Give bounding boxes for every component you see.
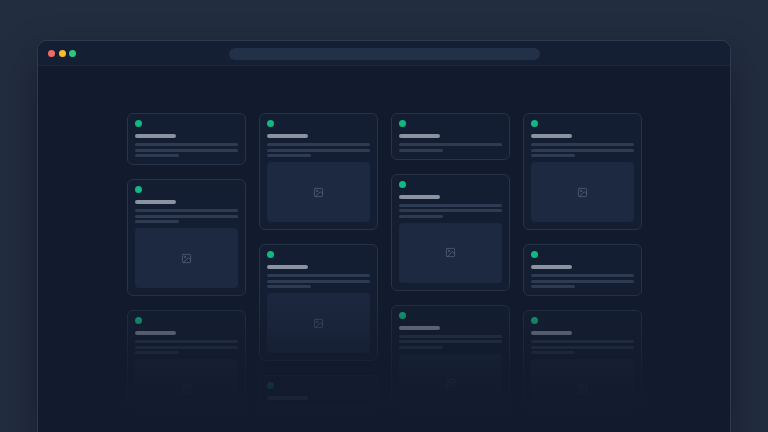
image-placeholder [399, 223, 502, 283]
skeleton-text-line [267, 149, 370, 152]
status-dot-icon [531, 251, 538, 258]
skeleton-card[interactable] [127, 310, 246, 427]
image-icon [445, 378, 456, 389]
skeleton-card[interactable] [259, 113, 378, 230]
skeleton-text-lines [135, 143, 238, 157]
image-placeholder [267, 162, 370, 222]
skeleton-card[interactable] [391, 113, 510, 160]
skeleton-text-line [531, 149, 634, 152]
skeleton-text-line [531, 154, 575, 157]
skeleton-text-line [135, 346, 238, 349]
image-icon [577, 384, 588, 395]
skeleton-text-line [531, 143, 634, 146]
masonry-column-3 [391, 113, 510, 427]
skeleton-text-line [135, 149, 238, 152]
skeleton-text-line [135, 340, 238, 343]
image-icon [181, 384, 192, 395]
skeleton-card[interactable] [259, 244, 378, 361]
browser-window [37, 40, 731, 432]
skeleton-text-lines [267, 274, 370, 288]
status-dot-icon [267, 251, 274, 258]
skeleton-text-line [399, 143, 502, 146]
skeleton-text-line [531, 274, 634, 277]
skeleton-title-line [399, 195, 440, 199]
status-dot-icon [399, 181, 406, 188]
skeleton-text-line [135, 215, 238, 218]
skeleton-title-line [399, 326, 440, 330]
skeleton-card[interactable] [391, 174, 510, 291]
skeleton-text-line [399, 204, 502, 207]
skeleton-title-line [531, 331, 572, 335]
address-bar[interactable] [229, 48, 540, 60]
skeleton-text-lines [399, 204, 502, 218]
status-dot-icon [531, 120, 538, 127]
skeleton-title-line [267, 396, 308, 400]
skeleton-text-lines [531, 340, 634, 354]
skeleton-text-line [267, 274, 370, 277]
skeleton-text-line [399, 215, 443, 218]
skeleton-text-line [267, 416, 311, 419]
zoom-window-button[interactable] [69, 50, 76, 57]
status-dot-icon [135, 120, 142, 127]
status-dot-icon [399, 312, 406, 319]
skeleton-text-line [531, 346, 634, 349]
skeleton-text-lines [135, 209, 238, 223]
skeleton-text-line [135, 154, 179, 157]
minimize-window-button[interactable] [59, 50, 66, 57]
skeleton-text-line [399, 209, 502, 212]
masonry-grid [127, 113, 642, 427]
skeleton-text-lines [267, 143, 370, 157]
status-dot-icon [399, 120, 406, 127]
skeleton-text-lines [399, 143, 502, 152]
skeleton-card[interactable] [523, 244, 642, 296]
skeleton-text-line [399, 149, 443, 152]
skeleton-text-lines [267, 405, 370, 419]
image-icon [313, 187, 324, 198]
traffic-lights [48, 41, 76, 65]
skeleton-card[interactable] [523, 310, 642, 427]
image-icon [181, 253, 192, 264]
skeleton-text-line [267, 411, 370, 414]
masonry-column-4 [523, 113, 642, 427]
image-placeholder [531, 359, 634, 419]
skeleton-title-line [267, 265, 308, 269]
skeleton-title-line [399, 134, 440, 138]
image-icon [313, 318, 324, 329]
skeleton-text-line [267, 280, 370, 283]
skeleton-title-line [267, 134, 308, 138]
image-placeholder [135, 359, 238, 419]
skeleton-title-line [135, 331, 176, 335]
close-window-button[interactable] [48, 50, 55, 57]
skeleton-text-lines [531, 274, 634, 288]
skeleton-card[interactable] [127, 179, 246, 296]
image-placeholder [399, 354, 502, 414]
skeleton-text-line [531, 351, 575, 354]
status-dot-icon [135, 317, 142, 324]
skeleton-text-line [531, 340, 634, 343]
skeleton-card[interactable] [391, 305, 510, 422]
skeleton-text-line [267, 154, 311, 157]
skeleton-text-line [267, 285, 311, 288]
image-icon [577, 187, 588, 198]
skeleton-text-line [399, 346, 443, 349]
skeleton-card[interactable] [523, 113, 642, 230]
skeleton-title-line [135, 134, 176, 138]
masonry-column-2 [259, 113, 378, 427]
skeleton-card[interactable] [259, 375, 378, 427]
skeleton-text-line [267, 405, 370, 408]
skeleton-text-lines [399, 335, 502, 349]
image-icon [445, 247, 456, 258]
skeleton-text-line [531, 285, 575, 288]
skeleton-text-line [135, 209, 238, 212]
card-board [38, 65, 730, 432]
skeleton-text-line [399, 340, 502, 343]
window-titlebar [38, 41, 730, 66]
skeleton-text-lines [531, 143, 634, 157]
skeleton-card[interactable] [127, 113, 246, 165]
skeleton-text-line [399, 335, 502, 338]
skeleton-text-line [135, 351, 179, 354]
desktop-background [0, 0, 768, 432]
skeleton-title-line [135, 200, 176, 204]
image-placeholder [267, 293, 370, 353]
status-dot-icon [267, 120, 274, 127]
